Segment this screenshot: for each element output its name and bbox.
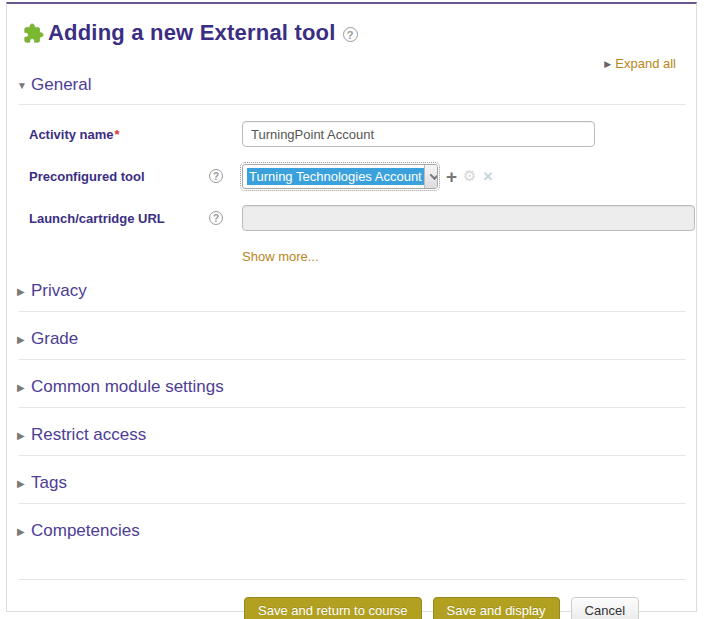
section-privacy-title: Privacy — [31, 281, 87, 301]
triangle-right-icon: ▶ — [604, 59, 611, 69]
chevron-down-icon — [430, 170, 438, 180]
preconfigured-tool-row: Preconfigured tool ? Turning Technologie… — [7, 163, 696, 189]
triangle-down-icon: ▼ — [17, 80, 31, 91]
preconfigured-tool-label: Preconfigured tool — [29, 169, 209, 184]
launch-url-row: Launch/cartridge URL ? — [7, 205, 696, 231]
selected-option-text: Turning Technologies Account — [247, 168, 424, 185]
section-grade: ▶ Grade — [7, 329, 696, 360]
expand-all-link[interactable]: Expand all — [615, 56, 676, 71]
section-common-module-settings-header[interactable]: ▶ Common module settings — [17, 377, 696, 397]
section-general-title: General — [31, 75, 91, 95]
external-tool-form-page: Adding a new External tool ? ▶Expand all… — [6, 2, 697, 612]
divider — [19, 503, 686, 504]
divider — [19, 455, 686, 456]
section-restrict-access-title: Restrict access — [31, 425, 146, 445]
show-more-row: Show more... — [242, 249, 696, 264]
help-icon[interactable]: ? — [209, 169, 223, 183]
section-general: ▼ General Activity name* Preconfigured t… — [7, 75, 696, 264]
section-grade-header[interactable]: ▶ Grade — [17, 329, 696, 349]
section-privacy-header[interactable]: ▶ Privacy — [17, 281, 696, 301]
page-title: Adding a new External tool — [48, 20, 336, 46]
add-tool-icon[interactable]: + — [446, 167, 457, 186]
section-common-module-settings-title: Common module settings — [31, 377, 224, 397]
launch-url-input — [242, 205, 695, 231]
triangle-right-icon: ▶ — [17, 526, 31, 537]
divider — [19, 407, 686, 408]
required-asterisk: * — [115, 127, 120, 142]
section-competencies-header[interactable]: ▶ Competencies — [17, 521, 696, 541]
launch-url-label: Launch/cartridge URL — [29, 211, 209, 226]
expand-all-row: ▶Expand all — [7, 56, 676, 71]
triangle-right-icon: ▶ — [17, 382, 31, 393]
section-common-module-settings: ▶ Common module settings — [7, 377, 696, 408]
form-actions: Save and return to course Save and displ… — [244, 597, 696, 619]
activity-name-label-text: Activity name — [29, 127, 114, 142]
puzzle-piece-icon — [23, 23, 44, 44]
save-and-display-button[interactable]: Save and display — [433, 597, 560, 619]
save-and-return-button[interactable]: Save and return to course — [244, 597, 422, 619]
cancel-button[interactable]: Cancel — [571, 597, 639, 619]
help-icon[interactable]: ? — [209, 211, 223, 225]
triangle-right-icon: ▶ — [17, 334, 31, 345]
activity-name-label: Activity name* — [29, 127, 209, 142]
section-tags-header[interactable]: ▶ Tags — [17, 473, 696, 493]
triangle-right-icon: ▶ — [17, 286, 31, 297]
preconfigured-tool-select[interactable]: Turning Technologies Account — [242, 164, 438, 189]
section-grade-title: Grade — [31, 329, 78, 349]
section-restrict-access-header[interactable]: ▶ Restrict access — [17, 425, 696, 445]
section-competencies-title: Competencies — [31, 521, 140, 541]
gear-icon: ⚙ — [463, 167, 476, 185]
section-competencies: ▶ Competencies — [7, 521, 696, 580]
section-tags: ▶ Tags — [7, 473, 696, 504]
triangle-right-icon: ▶ — [17, 430, 31, 441]
help-icon[interactable]: ? — [343, 27, 358, 42]
activity-name-row: Activity name* — [7, 121, 696, 147]
section-general-header[interactable]: ▼ General — [17, 75, 696, 95]
close-icon: ✕ — [483, 169, 494, 184]
page-header: Adding a new External tool ? — [23, 20, 696, 46]
divider — [19, 359, 686, 360]
help-slot: ? — [209, 169, 242, 183]
triangle-right-icon: ▶ — [17, 478, 31, 489]
show-more-link[interactable]: Show more... — [242, 249, 319, 264]
divider — [19, 579, 686, 580]
section-privacy: ▶ Privacy — [7, 281, 696, 312]
selected-option: Turning Technologies Account — [243, 165, 424, 188]
tool-action-icons: + ⚙ ✕ — [446, 167, 493, 186]
select-arrow-button[interactable] — [424, 165, 438, 188]
help-slot: ? — [209, 211, 242, 225]
divider — [19, 104, 686, 105]
activity-name-input[interactable] — [242, 121, 595, 147]
section-tags-title: Tags — [31, 473, 67, 493]
divider — [19, 311, 686, 312]
section-restrict-access: ▶ Restrict access — [7, 425, 696, 456]
